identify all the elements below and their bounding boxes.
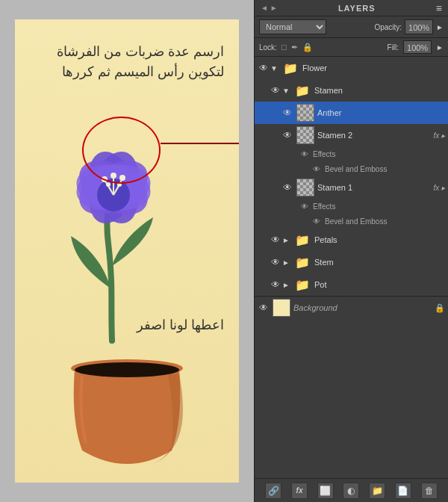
- thumb-stamen-group: 📁: [293, 81, 311, 99]
- lock-badge-background: 🔒: [435, 303, 445, 313]
- layer-background[interactable]: 👁 Background 🔒: [255, 297, 448, 319]
- lock-position-icon[interactable]: ✒: [291, 43, 298, 52]
- svg-point-18: [75, 362, 179, 377]
- eye-background[interactable]: 👁: [258, 302, 270, 314]
- arrow-line: [161, 143, 239, 144]
- expand-stem[interactable]: ►: [281, 258, 290, 267]
- pot-illustration: [60, 346, 194, 468]
- expand-stamen-group[interactable]: ▼: [281, 86, 290, 95]
- eye-pot[interactable]: 👁: [270, 279, 281, 291]
- layer-stamen-group[interactable]: 👁 ▼ 📁 Stamen: [255, 79, 448, 102]
- panel-menu-icon[interactable]: ≡: [436, 2, 442, 14]
- lock-fill-row: Lock: □ ✒ 🔒 Fill: 100% ►: [255, 38, 448, 57]
- eye-anther[interactable]: 👁: [281, 107, 293, 119]
- layer-name-pot: Pot: [314, 280, 445, 289]
- thumb-stamen2: [296, 126, 314, 144]
- panel-toolbar: 🔗 fx ⬜ ◐ 📁 📄 🗑: [255, 478, 448, 502]
- layers-panel: ◄ ► LAYERS ≡ Normal Multiply Screen Over…: [254, 0, 448, 502]
- fill-arrow[interactable]: ►: [436, 43, 444, 52]
- layer-stamen2[interactable]: 👁 Stamen 2 fx ▸: [255, 124, 448, 146]
- effects-row-stamen2: 👁 Effects: [255, 146, 448, 161]
- new-layer-button[interactable]: 📄: [395, 483, 411, 499]
- adjustment-button[interactable]: ◐: [343, 483, 359, 499]
- layers-list[interactable]: 👁 ▼ 📁 Flower 👁 ▼ 📁 Stamen 👁 Anther 👁 Sta…: [255, 57, 448, 478]
- eye-effects-stamen2[interactable]: 👁: [299, 149, 310, 159]
- expand-petals[interactable]: ►: [281, 235, 290, 244]
- eye-stamen-group[interactable]: 👁: [270, 84, 281, 96]
- eye-stamen1[interactable]: 👁: [281, 182, 293, 193]
- layer-name-petals: Petals: [314, 235, 445, 244]
- link-layers-button[interactable]: 🔗: [265, 483, 281, 499]
- opacity-arrow[interactable]: ►: [436, 23, 444, 31]
- canvas-area: ارسم عدة ضربات من الفرشاة لتكوين رأس الم…: [0, 0, 254, 502]
- layer-name-stamen-group: Stamen: [314, 86, 445, 95]
- panel-collapse-arrows[interactable]: ◄ ►: [261, 4, 278, 12]
- opacity-value[interactable]: 100%: [405, 19, 433, 34]
- lock-pixels-icon[interactable]: □: [281, 43, 287, 52]
- layer-pot[interactable]: 👁 ► 📁 Pot: [255, 273, 448, 296]
- artwork: ارسم عدة ضربات من الفرشاة لتكوين رأس الم…: [15, 19, 239, 483]
- arabic-text-top: ارسم عدة ضربات من الفرشاة لتكوين رأس الم…: [57, 42, 224, 82]
- thumb-stamen1: [296, 179, 314, 196]
- eye-stamen2[interactable]: 👁: [281, 129, 293, 141]
- thumb-petals: 📁: [293, 231, 311, 249]
- arabic-text-bottom: اعطها لونا اصفر: [137, 317, 224, 333]
- layer-name-background: Background: [293, 303, 432, 312]
- layer-petals[interactable]: 👁 ► 📁 Petals: [255, 229, 448, 251]
- bevel-label-stamen2: Bevel and Emboss: [325, 165, 445, 173]
- eye-bevel-stamen1[interactable]: 👁: [311, 216, 322, 226]
- expand-flower[interactable]: ▼: [270, 63, 279, 72]
- bevel-row-stamen1: 👁 Bevel and Emboss: [255, 214, 448, 229]
- thumb-background: [273, 299, 290, 317]
- blend-opacity-row: Normal Multiply Screen Overlay Opacity: …: [255, 16, 448, 38]
- lock-all-icon[interactable]: 🔒: [302, 43, 313, 52]
- eye-bevel-stamen2[interactable]: 👁: [311, 164, 322, 174]
- layer-stamen1[interactable]: 👁 Stamen 1 fx ▸: [255, 176, 448, 199]
- eye-petals[interactable]: 👁: [270, 234, 281, 246]
- fill-label: Fill:: [388, 43, 399, 52]
- fx-badge-stamen2: fx ▸: [433, 131, 445, 140]
- thumb-pot: 📁: [293, 276, 311, 294]
- eye-flower[interactable]: 👁: [258, 62, 270, 74]
- layer-name-stamen2: Stamen 2: [317, 131, 430, 140]
- eye-effects-stamen1[interactable]: 👁: [299, 201, 310, 211]
- layer-name-anther: Anther: [317, 108, 445, 117]
- delete-layer-button[interactable]: 🗑: [421, 483, 438, 499]
- layer-name-flower: Flower: [302, 63, 445, 72]
- bevel-label-stamen1: Bevel and Emboss: [325, 217, 445, 226]
- expand-pot[interactable]: ►: [281, 280, 290, 289]
- panel-title: LAYERS: [338, 4, 376, 13]
- group-button[interactable]: 📁: [369, 483, 385, 499]
- lock-label: Lock:: [259, 43, 277, 52]
- fill-value[interactable]: 100%: [403, 40, 432, 54]
- effects-row-stamen1: 👁 Effects: [255, 199, 448, 214]
- thumb-anther: [296, 104, 314, 122]
- thumb-stem: 📁: [293, 253, 311, 271]
- layer-name-stem: Stem: [314, 258, 445, 267]
- effects-label-stamen1: Effects: [313, 202, 445, 211]
- fx-button[interactable]: fx: [291, 483, 308, 499]
- layer-anther[interactable]: 👁 Anther: [255, 102, 448, 124]
- layer-stem[interactable]: 👁 ► 📁 Stem: [255, 251, 448, 273]
- effects-label-stamen2: Effects: [313, 150, 445, 158]
- panel-header: ◄ ► LAYERS ≡: [255, 0, 448, 16]
- circle-highlight: [82, 117, 161, 184]
- thumb-flower: 📁: [281, 59, 299, 77]
- svg-point-14: [106, 182, 111, 187]
- layer-name-stamen1: Stamen 1: [317, 183, 430, 192]
- mask-button[interactable]: ⬜: [317, 483, 334, 499]
- eye-stem[interactable]: 👁: [270, 256, 281, 268]
- opacity-label: Opacity:: [374, 23, 402, 31]
- fx-badge-stamen1: fx ▸: [433, 184, 445, 192]
- bevel-row-stamen2: 👁 Bevel and Emboss: [255, 161, 448, 176]
- layer-flower[interactable]: 👁 ▼ 📁 Flower: [255, 57, 448, 79]
- blend-mode-select[interactable]: Normal Multiply Screen Overlay: [259, 19, 326, 34]
